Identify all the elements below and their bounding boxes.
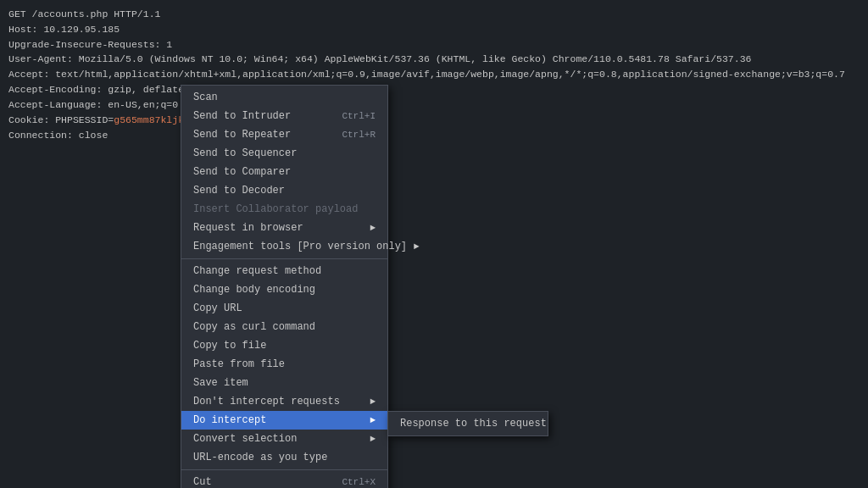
menu-item-send-to-repeater-shortcut: Ctrl+R (342, 130, 376, 140)
menu-item-url-encode[interactable]: URL-encode as you type (181, 448, 387, 467)
menu-item-send-to-comparer[interactable]: Send to Comparer (181, 163, 387, 181)
menu-item-convert-selection[interactable]: Convert selection ► (181, 430, 387, 448)
menu-item-scan-label: Scan (193, 92, 218, 103)
menu-item-change-request-method[interactable]: Change request method (181, 262, 387, 280)
menu-item-engagement-tools-label: Engagement tools [Pro version only] (193, 241, 407, 252)
request-line-4: User-Agent: Mozilla/5.0 (Windows NT 10.0… (8, 52, 860, 67)
engagement-tools-arrow-icon: ► (414, 241, 420, 252)
request-line-9: Connection: close (8, 128, 860, 143)
menu-item-dont-intercept-label: Don't intercept requests (193, 396, 340, 408)
menu-item-do-intercept-label: Do intercept (193, 414, 266, 426)
do-intercept-submenu: Response to this request (387, 411, 548, 436)
menu-item-cut-label: Cut (193, 476, 212, 488)
menu-item-copy-url[interactable]: Copy URL (181, 299, 387, 318)
submenu-item-response-label: Response to this request (400, 418, 547, 430)
menu-item-cut[interactable]: Cut Ctrl+X (181, 473, 387, 488)
menu-item-cut-shortcut: Ctrl+X (342, 477, 376, 487)
convert-selection-arrow-icon: ► (370, 434, 376, 444)
menu-item-send-to-comparer-label: Send to Comparer (193, 166, 291, 178)
request-line-6: Accept-Encoding: gzip, deflate (8, 82, 860, 97)
menu-item-url-encode-label: URL-encode as you type (193, 452, 327, 463)
do-intercept-arrow-icon: ► (370, 415, 376, 425)
menu-item-do-intercept-wrapper: Do intercept ► Response to this request (181, 411, 387, 430)
menu-item-convert-selection-label: Convert selection (193, 433, 297, 445)
menu-item-do-intercept[interactable]: Do intercept ► (181, 411, 387, 430)
menu-item-copy-as-curl[interactable]: Copy as curl command (181, 318, 387, 336)
menu-item-copy-to-file[interactable]: Copy to file (181, 336, 387, 355)
request-line-3: Upgrade-Insecure-Requests: 1 (8, 37, 860, 53)
menu-item-send-to-intruder-label: Send to Intruder (193, 110, 291, 122)
separator-1 (181, 258, 387, 259)
menu-item-scan[interactable]: Scan (181, 88, 387, 107)
request-line-1: GET /accounts.php HTTP/1.1 (8, 7, 860, 22)
menu-item-insert-collaborator-label: Insert Collaborator payload (193, 203, 358, 215)
menu-item-request-in-browser-label: Request in browser (193, 222, 303, 234)
menu-item-copy-to-file-label: Copy to file (193, 340, 266, 352)
request-in-browser-arrow-icon: ► (370, 223, 376, 233)
menu-item-change-request-method-label: Change request method (193, 265, 321, 277)
menu-item-copy-url-label: Copy URL (193, 302, 242, 314)
menu-item-save-item[interactable]: Save item (181, 374, 387, 392)
menu-item-paste-from-file[interactable]: Paste from file (181, 355, 387, 374)
request-line-8: Cookie: PHPSESSID=g565mm87kljk2ic (8, 113, 860, 128)
menu-item-send-to-sequencer-label: Send to Sequencer (193, 147, 297, 159)
menu-item-change-body-encoding-label: Change body encoding (193, 284, 315, 296)
menu-item-send-to-sequencer[interactable]: Send to Sequencer (181, 144, 387, 163)
dont-intercept-arrow-icon: ► (370, 396, 376, 407)
context-menu: Scan Send to Intruder Ctrl+I Send to Rep… (181, 85, 388, 488)
menu-item-dont-intercept[interactable]: Don't intercept requests ► (181, 392, 387, 411)
menu-item-send-to-repeater-label: Send to Repeater (193, 129, 291, 141)
menu-item-send-to-repeater[interactable]: Send to Repeater Ctrl+R (181, 125, 387, 144)
separator-2 (181, 469, 387, 470)
menu-item-request-in-browser[interactable]: Request in browser ► (181, 219, 387, 237)
menu-item-engagement-tools[interactable]: Engagement tools [Pro version only] ► (181, 237, 387, 256)
menu-item-change-body-encoding[interactable]: Change body encoding (181, 280, 387, 299)
menu-item-send-to-decoder-label: Send to Decoder (193, 185, 285, 197)
menu-item-copy-as-curl-label: Copy as curl command (193, 321, 315, 333)
menu-item-insert-collaborator: Insert Collaborator payload (181, 200, 387, 219)
menu-item-send-to-intruder-shortcut: Ctrl+I (342, 111, 376, 121)
request-line-5: Accept: text/html,application/xhtml+xml,… (8, 67, 860, 82)
menu-item-paste-from-file-label: Paste from file (193, 358, 285, 370)
request-line-7: Accept-Language: en-US,en;q=0.9 (8, 97, 860, 113)
menu-item-save-item-label: Save item (193, 377, 248, 389)
menu-item-send-to-decoder[interactable]: Send to Decoder (181, 181, 387, 200)
menu-item-send-to-intruder[interactable]: Send to Intruder Ctrl+I (181, 107, 387, 125)
request-line-2: Host: 10.129.95.185 (8, 22, 860, 37)
submenu-item-response-to-this-request[interactable]: Response to this request (388, 414, 548, 433)
